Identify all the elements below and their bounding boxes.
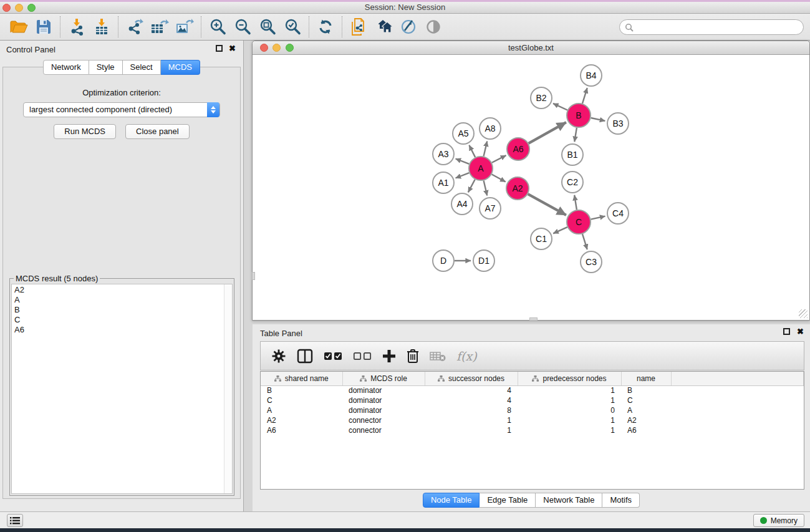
cell-predecessor-nodes[interactable]: 1 bbox=[518, 415, 621, 425]
node-A3[interactable]: A3 bbox=[433, 143, 454, 165]
network-window-titlebar[interactable]: testGlobe.txt bbox=[253, 41, 809, 55]
network-graph[interactable]: AA1A2A3A4A5A6A7A8BB1B2B3B4CC1C2C3C4DD1 bbox=[253, 55, 810, 319]
delete-column-icon[interactable] bbox=[407, 349, 419, 364]
float-table-panel-icon[interactable] bbox=[783, 328, 790, 335]
cell-predecessor-nodes[interactable]: 1 bbox=[518, 395, 621, 405]
zoom-out-icon[interactable] bbox=[232, 16, 253, 37]
tab-node-table[interactable]: Node Table bbox=[423, 493, 480, 508]
node-A1[interactable]: A1 bbox=[433, 172, 454, 193]
node-C3[interactable]: C3 bbox=[581, 251, 602, 273]
node-C2[interactable]: C2 bbox=[562, 172, 583, 193]
cell-successor-nodes[interactable]: 4 bbox=[425, 395, 518, 405]
export-image-icon[interactable] bbox=[174, 16, 195, 37]
cell-MCDS-role[interactable]: dominator bbox=[342, 385, 425, 395]
tab-network[interactable]: Network bbox=[43, 60, 89, 75]
toggle-details-icon[interactable] bbox=[398, 16, 419, 37]
optimization-select[interactable]: largest connected component (directed) bbox=[23, 102, 220, 117]
node-B4[interactable]: B4 bbox=[581, 65, 602, 86]
cell-name[interactable]: B bbox=[621, 385, 671, 395]
node-C[interactable]: C bbox=[567, 210, 591, 234]
node-D[interactable]: D bbox=[433, 250, 454, 271]
zoom-fit-icon[interactable] bbox=[257, 16, 278, 37]
zoom-window-button[interactable] bbox=[27, 4, 36, 12]
export-network-icon[interactable] bbox=[124, 16, 145, 37]
table-row[interactable]: Cdominator41C bbox=[261, 395, 804, 405]
tab-style[interactable]: Style bbox=[89, 60, 123, 75]
eye-icon[interactable] bbox=[423, 16, 444, 37]
tab-mcds[interactable]: MCDS bbox=[161, 60, 200, 75]
cell-shared-name[interactable]: A6 bbox=[261, 425, 342, 435]
node-B2[interactable]: B2 bbox=[531, 87, 552, 109]
column-header-MCDS-role[interactable]: MCDS role bbox=[342, 372, 425, 385]
cell-predecessor-nodes[interactable]: 1 bbox=[518, 425, 621, 435]
import-network-icon[interactable] bbox=[66, 16, 87, 37]
window-resize-grip[interactable] bbox=[799, 309, 808, 318]
cell-name[interactable]: C bbox=[621, 395, 671, 405]
mcds-result-item[interactable]: A6 bbox=[12, 325, 232, 335]
search-field[interactable] bbox=[619, 19, 804, 35]
cell-successor-nodes[interactable]: 4 bbox=[425, 385, 518, 395]
edge-A-A4[interactable] bbox=[468, 180, 475, 193]
split-columns-icon[interactable] bbox=[297, 349, 313, 364]
node-A4[interactable]: A4 bbox=[451, 193, 473, 215]
node-D1[interactable]: D1 bbox=[473, 250, 494, 271]
cell-successor-nodes[interactable]: 8 bbox=[425, 405, 518, 415]
cell-shared-name[interactable]: B bbox=[261, 385, 342, 395]
zoom-in-icon[interactable] bbox=[207, 16, 228, 37]
close-panel-button[interactable]: Close panel bbox=[125, 124, 190, 139]
cell-MCDS-role[interactable]: connector bbox=[342, 415, 425, 425]
cell-MCDS-role[interactable]: connector bbox=[342, 425, 425, 435]
node-C1[interactable]: C1 bbox=[531, 228, 552, 249]
edge-A6-B[interactable] bbox=[529, 122, 566, 143]
import-table-icon[interactable] bbox=[91, 16, 112, 37]
splitter-grip-bottom[interactable] bbox=[529, 317, 538, 321]
minimize-window-button[interactable] bbox=[15, 4, 23, 12]
edge-B-B4[interactable] bbox=[582, 88, 587, 104]
network-zoom-button[interactable] bbox=[286, 44, 294, 52]
cell-successor-nodes[interactable]: 1 bbox=[425, 415, 518, 425]
column-header-successor-nodes[interactable]: successor nodes bbox=[425, 372, 518, 385]
edge-A-A8[interactable] bbox=[484, 141, 488, 156]
splitter-grip-left[interactable] bbox=[252, 272, 255, 280]
table-row[interactable]: A2connector11A2 bbox=[261, 415, 804, 425]
edge-B-B2[interactable] bbox=[553, 104, 567, 110]
cell-name[interactable]: A6 bbox=[621, 425, 671, 435]
cell-shared-name[interactable]: A bbox=[261, 405, 342, 415]
deselect-all-checkboxes-icon[interactable] bbox=[353, 351, 372, 361]
cell-name[interactable]: A bbox=[621, 405, 671, 415]
column-header-shared-name[interactable]: shared name bbox=[261, 372, 342, 385]
node-B[interactable]: B bbox=[567, 104, 591, 127]
network-canvas[interactable]: AA1A2A3A4A5A6A7A8BB1B2B3B4CC1C2C3C4DD1 bbox=[253, 55, 809, 319]
close-table-panel-icon[interactable]: ✖ bbox=[797, 328, 804, 335]
cell-successor-nodes[interactable]: 1 bbox=[425, 425, 518, 435]
node-B3[interactable]: B3 bbox=[607, 113, 629, 134]
cell-name[interactable]: A2 bbox=[621, 415, 671, 425]
tab-network-table[interactable]: Network Table bbox=[536, 493, 602, 508]
cell-MCDS-role[interactable]: dominator bbox=[342, 405, 425, 415]
close-window-button[interactable] bbox=[2, 4, 11, 12]
column-header-name[interactable]: name bbox=[621, 372, 671, 385]
mcds-result-item[interactable]: A bbox=[12, 295, 232, 305]
column-header-predecessor-nodes[interactable]: predecessor nodes bbox=[518, 372, 621, 385]
edge-A-A7[interactable] bbox=[484, 181, 488, 196]
table-row[interactable]: Adominator80A bbox=[261, 405, 804, 415]
node-A5[interactable]: A5 bbox=[453, 123, 474, 144]
network-minimize-button[interactable] bbox=[272, 44, 281, 52]
cell-MCDS-role[interactable]: dominator bbox=[342, 395, 425, 405]
edge-A-A1[interactable] bbox=[456, 173, 470, 178]
cell-shared-name[interactable]: C bbox=[261, 395, 342, 405]
mcds-result-item[interactable]: A2 bbox=[12, 285, 232, 295]
edge-B-B1[interactable] bbox=[574, 128, 577, 142]
node-A8[interactable]: A8 bbox=[480, 118, 501, 139]
cell-predecessor-nodes[interactable]: 1 bbox=[518, 385, 621, 395]
edge-A-A3[interactable] bbox=[456, 159, 470, 164]
delete-table-icon[interactable] bbox=[430, 351, 446, 362]
edge-A-A5[interactable] bbox=[469, 145, 475, 157]
edge-C-C2[interactable] bbox=[574, 195, 577, 210]
refresh-icon[interactable] bbox=[315, 16, 336, 37]
mcds-result-item[interactable]: C bbox=[12, 315, 232, 325]
home-icon[interactable] bbox=[373, 16, 394, 37]
node-A7[interactable]: A7 bbox=[480, 198, 501, 219]
clone-network-icon[interactable] bbox=[348, 16, 369, 37]
mcds-result-item[interactable]: B bbox=[12, 305, 232, 315]
